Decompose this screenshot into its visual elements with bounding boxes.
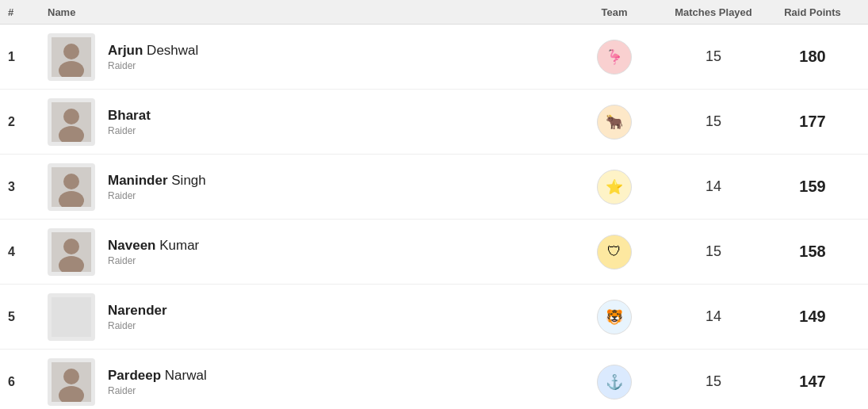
- table-row[interactable]: 4 Naveen Kumar Raider 🛡 15 158: [0, 220, 868, 285]
- table-header: # Name Team Matches Played Raid Points: [0, 0, 868, 25]
- table-row[interactable]: 1 Arjun Deshwal Raider 🦩 15 180: [0, 25, 868, 90]
- row-team: ⭐: [567, 170, 662, 204]
- header-matches: Matches Played: [662, 6, 765, 18]
- row-matches: 15: [662, 243, 765, 260]
- row-team: 🐂: [567, 105, 662, 140]
- row-matches: 15: [662, 113, 765, 130]
- player-name: Maninder Singh: [108, 173, 206, 189]
- player-role: Raider: [108, 125, 151, 136]
- row-matches: 15: [662, 373, 765, 390]
- row-matches: 15: [662, 48, 765, 65]
- header-points: Raid Points: [765, 6, 860, 18]
- row-points: 149: [765, 308, 860, 326]
- row-rank: 6: [8, 375, 48, 389]
- row-team: 🐯: [567, 300, 662, 334]
- player-role: Raider: [108, 190, 206, 201]
- player-info: Arjun Deshwal Raider: [108, 43, 198, 71]
- header-rank: #: [8, 6, 48, 18]
- player-first-name: Bharat: [108, 108, 151, 123]
- row-player: Pardeep Narwal Raider: [48, 358, 567, 406]
- row-points: 177: [765, 113, 860, 131]
- table-row[interactable]: 3 Maninder Singh Raider ⭐ 14 159: [0, 155, 868, 220]
- avatar: [48, 33, 95, 81]
- table-row[interactable]: 2 Bharat Raider 🐂 15 177: [0, 90, 868, 155]
- row-points: 147: [765, 373, 860, 391]
- svg-point-7: [63, 174, 79, 189]
- player-info: Pardeep Narwal Raider: [108, 368, 207, 396]
- svg-point-14: [63, 369, 79, 384]
- leaderboard-table: # Name Team Matches Played Raid Points 1…: [0, 0, 868, 409]
- row-points: 159: [765, 178, 860, 196]
- row-player: Maninder Singh Raider: [48, 163, 567, 211]
- row-rank: 5: [8, 310, 48, 324]
- player-info: Bharat Raider: [108, 108, 151, 136]
- team-logo: 🐯: [597, 300, 632, 334]
- avatar: [48, 98, 95, 146]
- player-first-name: Pardeep: [108, 368, 161, 383]
- player-first-name: Arjun: [108, 43, 143, 58]
- player-role: Raider: [108, 60, 198, 71]
- svg-point-10: [63, 239, 79, 254]
- svg-point-4: [63, 109, 79, 124]
- row-points: 158: [765, 243, 860, 261]
- row-rank: 2: [8, 115, 48, 129]
- table-row[interactable]: 5 Narender Raider 🐯 14 149: [0, 285, 868, 350]
- player-role: Raider: [108, 320, 167, 331]
- svg-point-1: [63, 44, 79, 59]
- player-name: Arjun Deshwal: [108, 43, 198, 59]
- row-team: ⚓: [567, 365, 662, 399]
- team-logo: ⭐: [597, 170, 632, 204]
- player-role: Raider: [108, 255, 199, 266]
- team-logo: 🦩: [597, 40, 632, 75]
- header-team: Team: [567, 6, 662, 18]
- player-name: Bharat: [108, 108, 151, 124]
- player-info: Maninder Singh Raider: [108, 173, 206, 201]
- player-name: Naveen Kumar: [108, 238, 199, 254]
- team-logo: 🛡: [597, 235, 632, 269]
- row-rank: 4: [8, 245, 48, 259]
- player-first-name: Narender: [108, 303, 167, 318]
- avatar: [48, 228, 95, 276]
- table-row[interactable]: 6 Pardeep Narwal Raider ⚓ 15 147: [0, 350, 868, 409]
- avatar: [48, 358, 95, 406]
- player-first-name: Maninder: [108, 173, 168, 188]
- header-name: Name: [48, 6, 567, 18]
- row-player: Naveen Kumar Raider: [48, 228, 567, 276]
- row-team: 🦩: [567, 40, 662, 75]
- row-rank: 3: [8, 180, 48, 194]
- player-info: Narender Raider: [108, 303, 167, 331]
- team-logo: ⚓: [597, 365, 632, 399]
- avatar: [48, 293, 95, 341]
- player-name: Narender: [108, 303, 167, 319]
- player-name: Pardeep Narwal: [108, 368, 207, 384]
- row-player: Arjun Deshwal Raider: [48, 33, 567, 81]
- team-logo: 🐂: [597, 105, 632, 140]
- row-team: 🛡: [567, 235, 662, 269]
- row-rank: 1: [8, 50, 48, 64]
- row-matches: 14: [662, 178, 765, 195]
- row-player: Narender Raider: [48, 293, 567, 341]
- svg-rect-12: [52, 297, 91, 337]
- player-role: Raider: [108, 385, 207, 396]
- row-points: 180: [765, 48, 860, 66]
- player-first-name: Naveen: [108, 238, 155, 253]
- row-matches: 14: [662, 308, 765, 325]
- avatar: [48, 163, 95, 211]
- row-player: Bharat Raider: [48, 98, 567, 146]
- player-info: Naveen Kumar Raider: [108, 238, 199, 266]
- table-body: 1 Arjun Deshwal Raider 🦩 15 180 2: [0, 25, 868, 409]
